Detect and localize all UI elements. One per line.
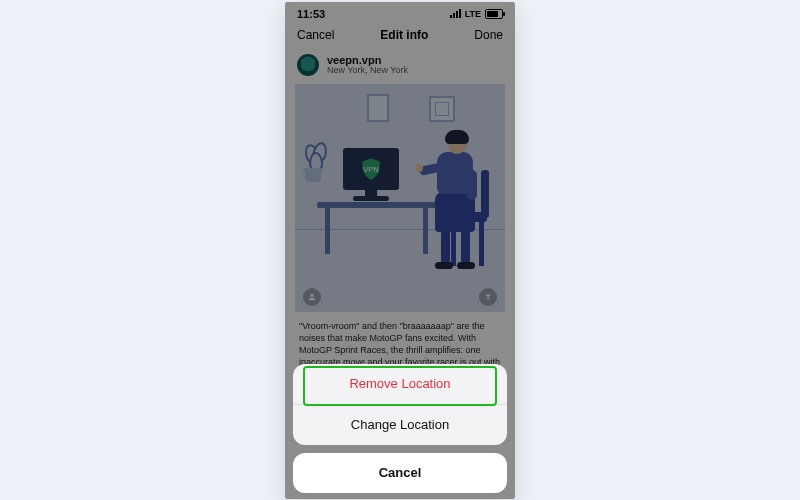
cancel-button[interactable]: Cancel xyxy=(293,453,507,493)
accessibility-button[interactable] xyxy=(479,288,497,306)
network-label: LTE xyxy=(465,9,481,19)
wall-frame-icon xyxy=(367,94,389,122)
plant-icon xyxy=(305,170,321,182)
change-location-button[interactable]: Change Location xyxy=(293,404,507,445)
avatar xyxy=(297,54,319,76)
account-row[interactable]: veepn.vpn New York, New York xyxy=(285,50,515,82)
nav-cancel-button[interactable]: Cancel xyxy=(297,28,334,42)
username: veepn.vpn xyxy=(327,54,408,66)
svg-text:VPN: VPN xyxy=(363,165,379,174)
status-bar: 11:53 LTE xyxy=(285,2,515,22)
account-location: New York, New York xyxy=(327,66,408,76)
remove-location-button[interactable]: Remove Location xyxy=(293,364,507,404)
nav-bar: Cancel Edit info Done xyxy=(285,22,515,50)
signal-bars-icon xyxy=(450,9,461,18)
phone-frame: 11:53 LTE Cancel Edit info Done veepn. xyxy=(285,2,515,499)
tag-people-button[interactable] xyxy=(303,288,321,306)
status-time: 11:53 xyxy=(297,8,325,20)
post-illustration: VPN xyxy=(295,84,505,312)
caption-text[interactable]: "Vroom-vroom" and then "braaaaaaap" are … xyxy=(285,312,515,369)
vpn-shield-icon: VPN xyxy=(358,156,384,182)
nav-done-button[interactable]: Done xyxy=(474,28,503,42)
battery-icon xyxy=(485,9,503,19)
monitor-icon xyxy=(343,148,399,190)
wall-frame-icon xyxy=(429,96,455,122)
nav-title: Edit info xyxy=(380,28,428,42)
action-sheet: Remove Location Change Location Cancel xyxy=(293,364,507,493)
